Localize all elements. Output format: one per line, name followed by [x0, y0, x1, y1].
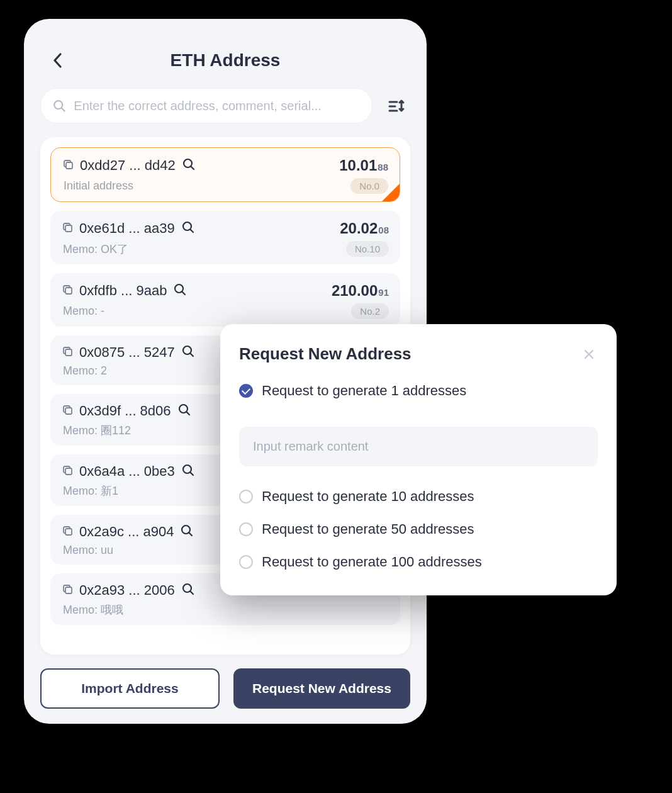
sort-button[interactable] [383, 92, 410, 120]
memo-text: Initial address [64, 179, 133, 193]
explorer-icon[interactable] [180, 524, 194, 540]
generate-option[interactable]: Request to generate 100 addresses [239, 554, 598, 570]
sequence-badge: No.2 [351, 303, 389, 319]
explorer-icon[interactable] [177, 403, 191, 419]
svg-rect-34 [65, 587, 72, 593]
memo-text: Memo: 新1 [63, 483, 118, 498]
copy-icon[interactable] [62, 222, 73, 235]
remark-input[interactable] [239, 427, 598, 466]
address-card[interactable]: 0xe61d ... aa3920.0208Memo: OK了No.10 [50, 211, 400, 264]
selected-corner-indicator [382, 184, 400, 201]
address-row-bottom: Initial addressNo.0 [62, 178, 388, 194]
svg-rect-22 [65, 408, 72, 414]
balance-value: 20.0208 [340, 220, 389, 237]
balance-frac: 91 [378, 287, 389, 298]
radio-unchecked-icon[interactable] [239, 555, 253, 569]
copy-icon[interactable] [62, 464, 73, 478]
address-row-bottom: Memo: 哦哦 [62, 602, 389, 617]
close-icon [583, 348, 595, 361]
svg-line-28 [190, 473, 193, 476]
copy-icon[interactable] [62, 583, 73, 597]
svg-rect-10 [65, 225, 72, 232]
radio-unchecked-icon[interactable] [239, 490, 253, 503]
balance-main: 20.02 [340, 220, 378, 237]
svg-line-36 [190, 592, 193, 595]
search-icon [52, 98, 66, 113]
footer: Import Address Request New Address [40, 668, 410, 709]
modal-header: Request New Address [239, 344, 598, 364]
svg-line-24 [186, 412, 189, 415]
address-row-bottom: Memo: OK了No.10 [62, 241, 389, 257]
address-row-bottom: Memo: -No.2 [62, 303, 389, 319]
svg-rect-6 [66, 162, 72, 169]
request-new-address-button[interactable]: Request New Address [233, 668, 410, 709]
address-card[interactable]: 0xfdfb ... 9aab210.0091Memo: -No.2 [50, 273, 400, 327]
option-label: Request to generate 50 addresses [262, 521, 474, 537]
svg-line-16 [182, 292, 186, 295]
explorer-icon[interactable] [181, 463, 195, 480]
address-text: 0xfdfb ... 9aab [79, 283, 167, 299]
option-label: Request to generate 10 addresses [262, 488, 474, 505]
svg-line-32 [189, 533, 193, 536]
search-input[interactable] [74, 99, 361, 113]
explorer-icon[interactable] [173, 283, 187, 299]
generate-option[interactable]: Request to generate 1 addresses [239, 383, 598, 399]
import-address-button[interactable]: Import Address [40, 668, 220, 709]
sequence-badge: No.10 [346, 241, 389, 257]
header: ETH Address [40, 42, 410, 79]
explorer-icon[interactable] [182, 157, 196, 174]
generate-option[interactable]: Request to generate 50 addresses [239, 521, 598, 537]
address-text: 0x6a4a ... 0be3 [79, 463, 175, 480]
svg-rect-30 [65, 529, 72, 535]
address-row-top: 0xe61d ... aa3920.0208 [62, 220, 389, 237]
search-row [40, 88, 410, 123]
address-text: 0xdd27 ... dd42 [80, 157, 176, 174]
copy-icon[interactable] [62, 284, 73, 298]
svg-line-20 [190, 354, 193, 357]
memo-text: Memo: - [63, 305, 104, 318]
explorer-icon[interactable] [181, 344, 195, 361]
address-text: 0x2a9c ... a904 [79, 524, 174, 540]
chevron-left-icon [52, 52, 64, 69]
svg-rect-14 [65, 288, 72, 294]
generate-option[interactable]: Request to generate 10 addresses [239, 488, 598, 505]
copy-icon[interactable] [62, 525, 73, 539]
address-row-top: 0xdd27 ... dd4210.0188 [62, 157, 388, 174]
memo-text: Memo: 圈112 [63, 423, 131, 438]
balance-value: 10.0188 [339, 157, 388, 174]
copy-icon[interactable] [62, 159, 74, 172]
balance-frac: 08 [378, 225, 389, 235]
modal-title: Request New Address [239, 344, 412, 364]
page-title: ETH Address [171, 50, 281, 70]
address-text: 0x2a93 ... 2006 [79, 582, 175, 599]
request-new-address-modal: Request New Address Request to generate … [220, 324, 617, 595]
sort-icon [387, 96, 406, 115]
explorer-icon[interactable] [181, 582, 195, 599]
balance-main: 210.00 [332, 282, 378, 300]
copy-icon[interactable] [62, 404, 73, 418]
search-box[interactable] [40, 88, 372, 123]
modal-close-button[interactable] [580, 346, 598, 363]
svg-rect-18 [65, 349, 72, 356]
address-text: 0xe61d ... aa39 [79, 220, 175, 237]
copy-icon[interactable] [62, 346, 73, 359]
balance-value: 210.0091 [332, 282, 389, 300]
balance-main: 10.01 [339, 157, 377, 174]
balance-frac: 88 [378, 162, 388, 172]
address-card[interactable]: 0xdd27 ... dd4210.0188Initial addressNo.… [50, 147, 400, 202]
explorer-icon[interactable] [181, 220, 195, 237]
address-text: 0x3d9f ... 8d06 [79, 403, 171, 419]
memo-text: Memo: uu [63, 544, 113, 557]
svg-line-1 [62, 108, 65, 111]
memo-text: Memo: OK了 [63, 242, 128, 257]
svg-line-12 [190, 230, 193, 233]
radio-checked-icon[interactable] [239, 384, 253, 398]
option-label: Request to generate 100 addresses [262, 554, 482, 570]
svg-rect-26 [65, 468, 72, 475]
radio-unchecked-icon[interactable] [239, 522, 253, 536]
svg-line-8 [191, 167, 194, 170]
memo-text: Memo: 2 [63, 364, 107, 378]
back-button[interactable] [47, 49, 69, 72]
option-label: Request to generate 1 addresses [262, 383, 466, 399]
memo-text: Memo: 哦哦 [63, 602, 123, 617]
